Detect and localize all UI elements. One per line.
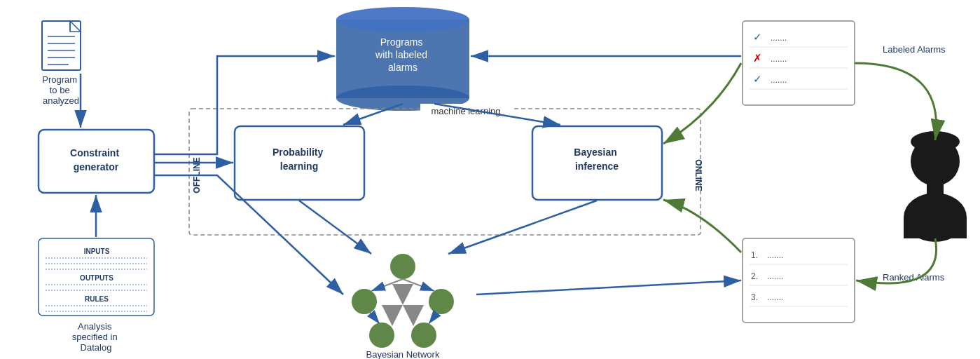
svg-marker-33 — [392, 284, 413, 305]
bayesian-network-group — [352, 254, 454, 348]
svg-text:✗: ✗ — [753, 52, 762, 64]
machine-learning-label: machine learning — [431, 106, 500, 116]
svg-line-39 — [429, 312, 438, 324]
svg-point-30 — [429, 289, 454, 314]
svg-text:✓: ✓ — [753, 73, 762, 85]
datalog-label: Analysis specified in Datalog — [72, 321, 120, 353]
svg-line-72 — [448, 201, 597, 254]
svg-text:✓: ✓ — [753, 31, 762, 43]
ranked-alarms-label: Ranked Alarms — [883, 272, 945, 283]
svg-text:.......: ....... — [767, 271, 783, 281]
svg-line-71 — [476, 280, 741, 294]
svg-marker-35 — [403, 305, 424, 326]
svg-point-32 — [411, 323, 436, 348]
program-document-icon — [42, 21, 81, 70]
main-diagram: Program to be analyzed Constraint genera… — [0, 0, 980, 359]
svg-text:2.: 2. — [751, 271, 758, 281]
svg-text:.......: ....... — [767, 292, 783, 302]
svg-point-28 — [390, 254, 415, 279]
svg-text:.......: ....... — [771, 75, 787, 85]
svg-line-70 — [299, 201, 371, 254]
svg-text:.......: ....... — [771, 54, 787, 64]
svg-text:1.: 1. — [751, 250, 758, 260]
svg-point-25 — [336, 7, 469, 32]
labeled-alarms-box: ✓ ....... ✗ ....... ✓ ....... — [743, 21, 855, 105]
programs-db-icon: Programs with labeled alarms — [336, 7, 469, 111]
svg-line-38 — [370, 312, 380, 324]
bayesian-network-label: Bayesian Network — [366, 349, 440, 359]
svg-text:3.: 3. — [751, 292, 758, 302]
svg-text:INPUTS: INPUTS — [84, 248, 110, 255]
svg-point-31 — [369, 323, 394, 348]
svg-rect-63 — [927, 181, 944, 195]
svg-text:RULES: RULES — [85, 295, 109, 303]
online-label: ONLINE — [693, 159, 703, 191]
svg-rect-62 — [904, 217, 967, 238]
svg-text:.......: ....... — [767, 250, 783, 260]
svg-marker-34 — [382, 305, 403, 326]
svg-point-29 — [352, 289, 377, 314]
svg-text:.......: ....... — [771, 33, 787, 43]
svg-rect-50 — [743, 238, 855, 323]
datalog-box: INPUTS OUTPUTS RULES — [39, 238, 154, 316]
program-label: Program to be analyzed — [42, 74, 79, 106]
ranked-alarms-box: 1. ....... 2. ....... 3. ....... — [743, 238, 855, 323]
labeled-alarms-label: Labeled Alarms — [883, 44, 946, 55]
user-icon — [904, 131, 967, 242]
svg-text:OUTPUTS: OUTPUTS — [80, 274, 113, 282]
